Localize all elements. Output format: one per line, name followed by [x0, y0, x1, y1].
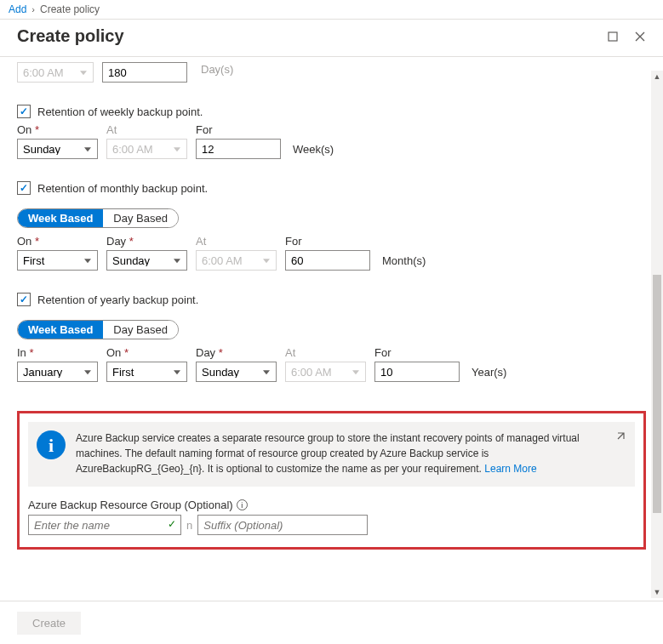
- daily-for-input[interactable]: [102, 62, 187, 83]
- close-icon[interactable]: [634, 31, 646, 43]
- weekly-for-label: For: [196, 123, 281, 136]
- learn-more-link[interactable]: Learn More: [484, 463, 536, 475]
- scroll-down-icon[interactable]: ▼: [651, 586, 663, 598]
- weekly-on-label: On: [17, 123, 98, 136]
- weekly-on-select[interactable]: Sunday: [17, 139, 98, 159]
- info-icon: i: [37, 430, 66, 459]
- weekly-retention-checkbox[interactable]: [17, 105, 31, 118]
- svg-rect-0: [609, 32, 617, 41]
- monthly-checkbox-row: Retention of monthly backup point.: [17, 181, 646, 195]
- yearly-fields: In January On First Day Sunday At 6:00 A…: [17, 346, 646, 382]
- popout-icon[interactable]: [614, 430, 626, 447]
- yearly-unit-label: Year(s): [472, 366, 506, 379]
- yearly-at-label: At: [285, 346, 366, 359]
- monthly-retention-label: Retention of monthly backup point.: [37, 182, 208, 195]
- scroll-up-icon[interactable]: ▲: [651, 71, 663, 83]
- monthly-fields: On First Day Sunday At 6:00 AM For Month…: [17, 235, 646, 271]
- yearly-on-label: On: [106, 346, 187, 359]
- weekly-fields: On Sunday At 6:00 AM For Week(s): [17, 123, 646, 159]
- yearly-day-label: Day: [196, 346, 277, 359]
- daily-time-select: 6:00 AM: [17, 62, 94, 83]
- resource-group-name-input[interactable]: [28, 515, 181, 535]
- scroll-thumb[interactable]: [653, 275, 661, 513]
- breadcrumb-current: Create policy: [40, 3, 100, 15]
- weekly-at-select: 6:00 AM: [106, 139, 187, 159]
- footer: Create: [0, 601, 663, 644]
- yearly-checkbox-row: Retention of yearly backup point.: [17, 293, 646, 306]
- monthly-at-label: At: [196, 235, 277, 248]
- weekly-retention-label: Retention of weekly backup point.: [37, 105, 203, 118]
- monthly-at-select: 6:00 AM: [196, 250, 277, 271]
- resource-group-suffix-input[interactable]: [197, 515, 368, 535]
- scrollbar[interactable]: ▲ ▼: [651, 71, 663, 598]
- check-icon: ✓: [168, 518, 176, 530]
- monthly-for-input[interactable]: [285, 250, 370, 271]
- monthly-on-select[interactable]: First: [17, 250, 98, 271]
- chevron-right-icon: ›: [31, 4, 35, 14]
- yearly-in-select[interactable]: January: [17, 362, 98, 382]
- yearly-for-label: For: [374, 346, 460, 359]
- monthly-day-label: Day: [106, 235, 187, 248]
- yearly-retention-checkbox[interactable]: [17, 293, 31, 306]
- monthly-pill-group: Week Based Day Based: [17, 208, 179, 228]
- yearly-at-select: 6:00 AM: [285, 362, 366, 382]
- yearly-day-select[interactable]: Sunday: [196, 362, 277, 382]
- weekly-at-label: At: [106, 123, 187, 136]
- monthly-retention-checkbox[interactable]: [17, 181, 31, 195]
- yearly-on-select[interactable]: First: [106, 362, 187, 382]
- monthly-unit-label: Month(s): [382, 254, 426, 267]
- create-policy-panel: Create policy 6:00 AM Day(s) Retention o…: [0, 20, 663, 644]
- monthly-on-label: On: [17, 235, 98, 248]
- resource-group-label: Azure Backup Resource Group (Optional) i: [28, 499, 635, 511]
- page-title: Create policy: [17, 26, 124, 46]
- info-circle-icon[interactable]: i: [237, 499, 248, 510]
- restore-window-icon[interactable]: [607, 31, 619, 43]
- yearly-pill-group: Week Based Day Based: [17, 320, 179, 339]
- daily-retention-row: 6:00 AM Day(s): [17, 62, 646, 83]
- resource-group-highlight: i Azure Backup service creates a separat…: [17, 411, 646, 550]
- yearly-in-label: In: [17, 346, 98, 359]
- breadcrumb: Add › Create policy: [0, 0, 663, 20]
- daily-unit-label: Day(s): [201, 63, 233, 76]
- yearly-for-input[interactable]: [374, 362, 460, 382]
- scroll-area: 6:00 AM Day(s) Retention of weekly backu…: [0, 57, 663, 593]
- info-text: Azure Backup service creates a separate …: [76, 430, 604, 476]
- monthly-day-based-pill[interactable]: Day Based: [103, 209, 178, 227]
- monthly-day-select[interactable]: Sunday: [106, 250, 187, 271]
- yearly-retention-label: Retention of yearly backup point.: [37, 294, 198, 306]
- create-button[interactable]: Create: [17, 612, 81, 635]
- monthly-week-based-pill[interactable]: Week Based: [18, 209, 103, 227]
- yearly-day-based-pill[interactable]: Day Based: [103, 321, 178, 339]
- weekly-for-input[interactable]: [196, 139, 281, 159]
- weekly-checkbox-row: Retention of weekly backup point.: [17, 105, 646, 118]
- info-callout: i Azure Backup service creates a separat…: [28, 422, 635, 487]
- monthly-for-label: For: [285, 235, 370, 248]
- yearly-week-based-pill[interactable]: Week Based: [18, 321, 103, 339]
- resource-group-inputs: ✓ n: [28, 515, 635, 535]
- panel-header: Create policy: [0, 20, 663, 57]
- weekly-unit-label: Week(s): [293, 143, 334, 156]
- resource-group-separator: n: [186, 519, 192, 532]
- breadcrumb-add-link[interactable]: Add: [9, 3, 26, 15]
